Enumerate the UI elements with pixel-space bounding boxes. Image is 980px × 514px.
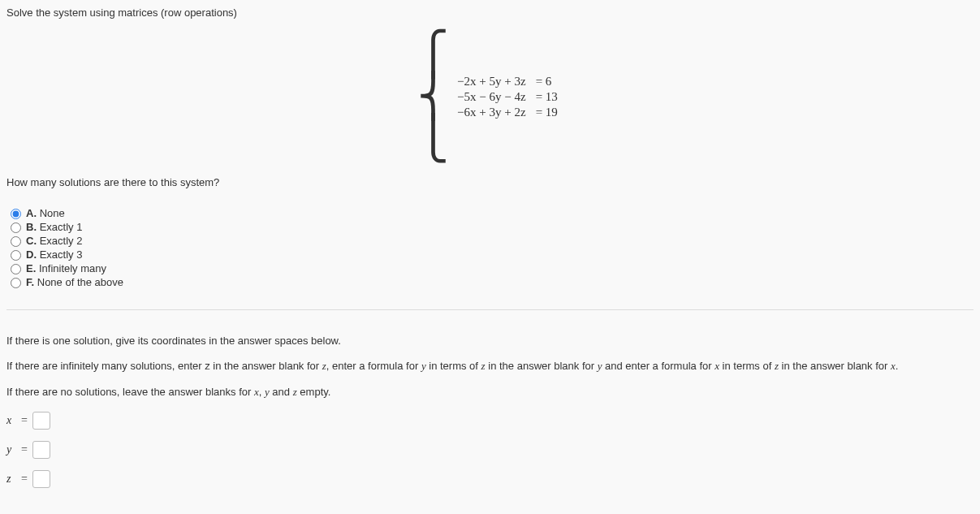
answer-row-y: y = [6,441,974,459]
option-d[interactable]: D. Exactly 3 [6,248,974,261]
equation-lhs: −5x − 6y − 4z [452,89,531,105]
option-label: D. Exactly 3 [26,248,82,261]
var-y: y [6,443,16,456]
option-label: E. Infinitely many [26,262,106,274]
equation-system: ⎧⎨⎩ −2x + 5y + 3z = 6 −5x − 6y − 4z = 13… [6,33,974,160]
option-label: F. None of the above [26,276,123,288]
instruction-no-solutions: If there are no solutions, leave the ans… [6,386,974,399]
answer-input-y[interactable] [32,441,50,459]
option-label: B. Exactly 1 [26,221,82,233]
equals-sign: = [21,414,28,427]
equals-sign: = [21,473,28,486]
equation-row: −5x − 6y − 4z = 13 [452,89,563,105]
radio-c[interactable] [11,236,21,247]
radio-f[interactable] [11,278,21,288]
divider [6,309,974,310]
answer-input-x[interactable] [32,412,50,430]
var-z: z [6,473,16,486]
option-b[interactable]: B. Exactly 1 [6,220,974,233]
radio-b[interactable] [11,222,21,233]
option-a[interactable]: A. None [6,206,974,219]
equals-sign: = [21,443,28,456]
equation-row: −6x + 3y + 2z = 19 [452,105,563,120]
radio-a[interactable] [11,209,21,219]
answer-input-z[interactable] [32,470,50,488]
options-group: A. None B. Exactly 1 C. Exactly 2 D. Exa… [6,206,974,288]
answer-row-z: z = [6,470,974,488]
equation-rhs: = 13 [531,89,563,105]
equation-lhs: −6x + 3y + 2z [452,105,531,120]
option-c[interactable]: C. Exactly 2 [6,234,974,247]
equation-rhs: = 6 [531,74,563,89]
option-f[interactable]: F. None of the above [6,275,974,288]
radio-d[interactable] [11,250,21,261]
instruction-one-solution: If there is one solution, give its coord… [6,335,974,347]
left-brace-icon: ⎧⎨⎩ [417,33,449,160]
option-label: A. None [26,207,65,219]
equation-lhs: −2x + 5y + 3z [452,74,531,89]
instruction-inf-many: If there are infinitely many solutions, … [6,360,974,373]
subquestion: How many solutions are there to this sys… [6,176,974,188]
option-e[interactable]: E. Infinitely many [6,261,974,274]
answer-row-x: x = [6,412,974,430]
equation-row: −2x + 5y + 3z = 6 [452,74,563,89]
option-label: C. Exactly 2 [26,235,82,247]
equation-rhs: = 19 [531,105,563,120]
radio-e[interactable] [11,264,21,274]
var-x: x [6,414,16,427]
question-title: Solve the system using matrices (row ope… [6,6,974,19]
